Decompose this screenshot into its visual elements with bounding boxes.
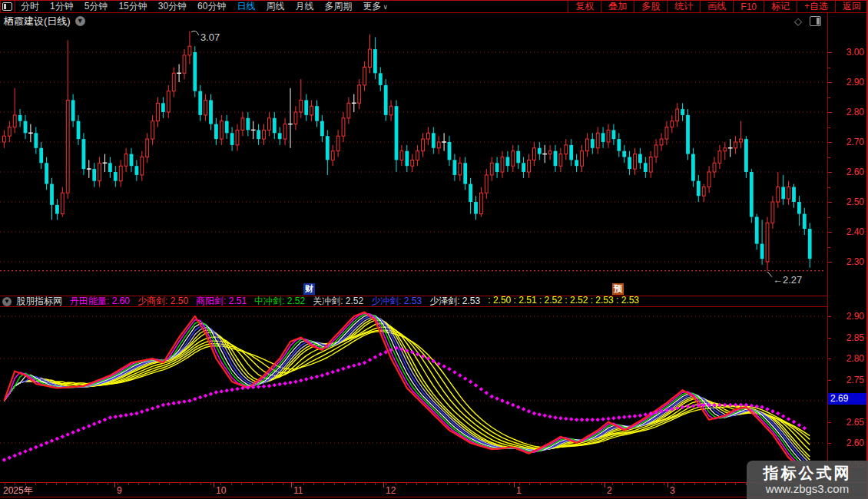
window-top-border [0, 0, 868, 1]
energy-dot [304, 377, 308, 381]
panel-toggle-button[interactable] [0, 1, 15, 13]
energy-dot [114, 415, 118, 418]
candle-down [601, 133, 605, 142]
time-tick-minor [499, 482, 499, 485]
period-tab-30分钟[interactable]: 30分钟 [158, 0, 187, 13]
candle-up [3, 136, 6, 142]
energy-dot [310, 376, 313, 380]
energy-dot [177, 401, 181, 405]
price-marker-badge: 2.69 [828, 393, 867, 405]
candle-up [607, 130, 610, 142]
candle-down [569, 145, 573, 160]
time-tick-minor [35, 482, 36, 485]
energy-dot [50, 439, 54, 443]
time-tick-minor [550, 482, 551, 485]
candle-up [766, 223, 769, 262]
period-tab-多周期[interactable]: 多周期 [324, 0, 352, 13]
time-tick-minor [426, 482, 427, 485]
energy-dot [591, 418, 595, 421]
time-label-2025年: 2025年 [3, 485, 33, 496]
tool-button-+自选[interactable]: +自选 [797, 1, 835, 13]
period-tab-月线[interactable]: 月线 [295, 0, 313, 13]
indicator-dropdown-icon[interactable]: ▼ [2, 297, 12, 306]
main-axis-label: 3.00 [846, 48, 864, 57]
candle-up [358, 85, 361, 103]
period-tab-周线[interactable]: 周线 [266, 0, 284, 13]
tool-button-画线[interactable]: 画线 [700, 1, 733, 13]
time-tick-minor [323, 482, 324, 485]
watermark-url: www.zbgs3.com [766, 482, 849, 496]
candle-up [565, 145, 568, 154]
energy-dot [527, 409, 531, 413]
candle-up [400, 151, 403, 160]
energy-dot [204, 394, 207, 398]
period-tab-分时[interactable]: 分时 [21, 0, 39, 13]
candle-down [405, 151, 409, 167]
diamond-icon[interactable]: ◇ [794, 15, 802, 27]
time-tick-minor [365, 482, 366, 485]
candle-up [220, 121, 223, 139]
time-label-1: 1 [516, 485, 522, 496]
candle-up [718, 151, 721, 164]
energy-dot [469, 380, 472, 384]
energy-dot [341, 367, 345, 371]
candle-up [363, 68, 366, 85]
chart-titlebar: 栖霞建设(日线) ▼ ◇ [0, 13, 827, 29]
tool-button-复权[interactable]: 复权 [568, 1, 601, 13]
energy-dot [352, 363, 356, 367]
candle-up [787, 187, 790, 200]
candle-up [734, 142, 737, 148]
tool-button-返回[interactable]: 返回 [835, 1, 868, 13]
candle-down [644, 163, 648, 172]
time-tick-minor [98, 482, 98, 485]
candle-down [373, 49, 377, 73]
low-annotation: ←2.27 [773, 274, 802, 286]
indicator-token-1: 丹田能量: 2.60 [70, 296, 130, 306]
watermark-site-name: 指标公式网 [764, 464, 852, 482]
energy-dot [23, 449, 27, 453]
candle-up [427, 133, 430, 139]
candle-up [263, 130, 266, 139]
time-tick-minor [87, 482, 88, 485]
tool-button-F10[interactable]: F10 [733, 1, 764, 13]
time-tick-minor [664, 482, 664, 485]
energy-dot [363, 361, 366, 365]
candle-down [395, 106, 399, 160]
time-tick-minor [334, 482, 335, 485]
title-dropdown-icon[interactable]: ▼ [75, 16, 85, 26]
tool-button-叠加[interactable]: 叠加 [601, 1, 634, 13]
energy-dot [511, 403, 515, 407]
candle-down [448, 142, 452, 160]
panel-toggle-icon [2, 2, 12, 11]
energy-dot [585, 418, 589, 421]
candle-up [119, 166, 122, 181]
main-candlestick-chart[interactable]: 3.07←2.27 [0, 29, 827, 296]
period-tab-60分钟[interactable]: 60分钟 [197, 0, 226, 13]
candle-down [230, 133, 234, 145]
period-tab-1分钟[interactable]: 1分钟 [50, 0, 74, 13]
energy-dot [167, 402, 171, 406]
tool-button-标记[interactable]: 标记 [764, 1, 797, 13]
watermark: 指标公式网 www.zbgs3.com [747, 461, 868, 499]
candle-down [755, 217, 759, 244]
split-view-icon[interactable] [810, 16, 821, 26]
energy-dot [331, 370, 335, 374]
candle-down [39, 148, 43, 164]
toolbar-left-border [0, 0, 1, 13]
period-tab-日线[interactable]: 日线 [237, 0, 255, 13]
period-tab-15分钟[interactable]: 15分钟 [118, 0, 147, 13]
sub-axis-label: 2.75 [846, 375, 864, 385]
period-tab-5分钟[interactable]: 5分钟 [84, 0, 108, 13]
energy-dot [8, 456, 12, 460]
candle-up [369, 49, 372, 67]
tool-button-多股[interactable]: 多股 [634, 1, 667, 13]
tool-button-统计[interactable]: 统计 [667, 1, 700, 13]
indicator-token-7: 少泽剑: 2.53 [429, 296, 480, 306]
energy-dot [781, 414, 785, 418]
indicator-sub-chart[interactable] [0, 307, 827, 482]
energy-dot [500, 398, 504, 402]
more-menu[interactable]: 更多∨ [363, 0, 388, 13]
time-tick-minor [591, 482, 592, 485]
event-marker-预[interactable]: 预 [612, 283, 624, 295]
event-marker-财[interactable]: 财 [303, 283, 315, 295]
